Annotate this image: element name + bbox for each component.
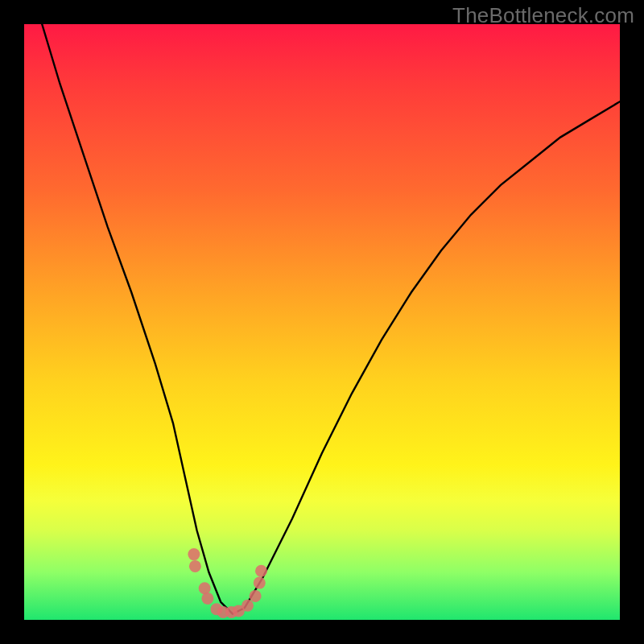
highlight-point [254,577,266,589]
plot-area [24,24,620,620]
highlight-point [188,548,200,560]
chart-frame: TheBottleneck.com [0,0,644,644]
highlight-point [201,592,213,605]
highlight-point [250,590,262,602]
highlight-point [189,560,201,572]
bottleneck-curve [24,24,620,620]
watermark-text: TheBottleneck.com [452,3,634,28]
highlight-point [255,565,267,577]
highlight-point [199,582,211,594]
highlight-point [242,600,254,612]
